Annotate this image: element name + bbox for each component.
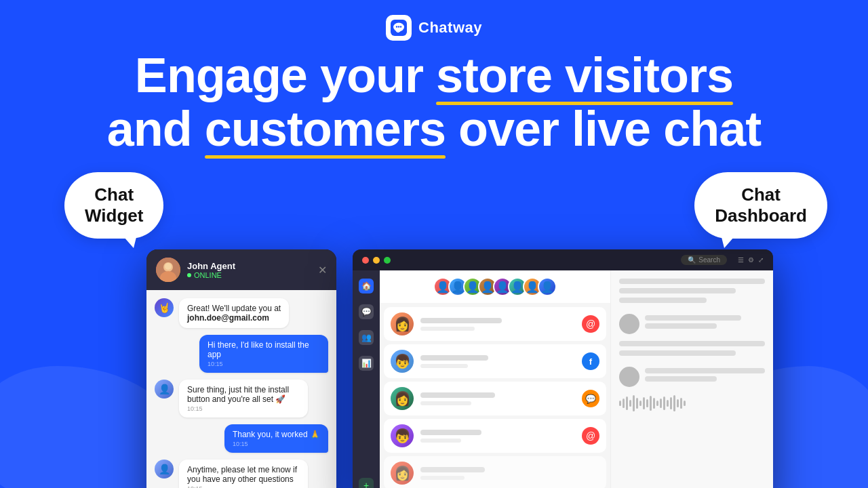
contact-item-2[interactable]: 👦 f: [384, 344, 606, 378]
dashboard-controls: ☰ ⚙ ⤢: [738, 256, 764, 264]
right-bar-3: [619, 298, 707, 303]
right-bar-4: [645, 315, 741, 321]
logo-icon: [386, 15, 412, 41]
contact-avatar-3: 👩: [391, 387, 414, 410]
hero-line2: and customers over live chat: [61, 102, 807, 156]
right-bar-5: [645, 323, 717, 329]
callout-widget-text: Chat Widget: [85, 184, 143, 226]
dashboard-topbar: 👤 👤 👤 👤 👤 👤 👤 👤: [380, 270, 610, 303]
contact-name-bar-4: [420, 430, 481, 435]
contact-name-bar-5: [420, 467, 485, 472]
contact-item-1[interactable]: 👩 @: [384, 307, 606, 341]
contact-info-1: [420, 318, 575, 331]
contact-info-2: [420, 355, 575, 368]
contact-badge-at-1: @: [582, 315, 599, 333]
contact-item-4[interactable]: 👦 @: [384, 419, 606, 453]
right-section-2: [619, 314, 765, 356]
agent-avatar: [156, 258, 180, 282]
wave-bar-4: [629, 400, 631, 407]
wave-bar-17: [673, 395, 675, 411]
contact-avatar-1: 👩: [391, 312, 414, 336]
contact-sub-bar-2: [420, 364, 468, 368]
right-bar-2: [619, 288, 736, 293]
hero-line1: Engage your store visitors: [61, 49, 807, 102]
svg-point-3: [398, 26, 399, 27]
wave-bar-3: [626, 396, 628, 410]
wave-bar-13: [660, 399, 662, 408]
dashboard-sidebar: 🏠 💬 👥 📊 +: [353, 270, 380, 488]
sidebar-icon-chat[interactable]: 💬: [359, 304, 374, 319]
tl-red: [362, 257, 369, 264]
hero-highlight1: store visitors: [436, 49, 733, 102]
chat-widget-mockup: John Agent ONLINE ✕ 🤘 Great! We'll updat…: [146, 249, 336, 488]
msg-avatar-1: 🤘: [155, 298, 174, 317]
chat-message-5: 👤 Anytime, please let me know if you hav…: [155, 460, 328, 488]
contact-badge-msg-3: 💬: [582, 390, 599, 407]
wave-bar-5: [633, 395, 635, 411]
contact-item-3[interactable]: 👩 💬: [384, 382, 606, 415]
sidebar-icon-add[interactable]: +: [359, 478, 374, 488]
wave-bar-15: [667, 400, 669, 407]
right-bar-9: [645, 376, 717, 382]
chat-message-2: Hi there, I'd like to install the app10:…: [155, 335, 328, 373]
msg-avatar-3: 👤: [155, 380, 174, 399]
svg-point-4: [400, 26, 401, 27]
callout-chat-widget: Chat Widget: [64, 172, 163, 239]
contact-info-5: [420, 467, 599, 480]
contact-sub-bar-1: [420, 327, 475, 331]
right-avatar-row-1: [619, 314, 765, 334]
wave-bar-19: [680, 398, 682, 409]
right-section-1: [619, 279, 765, 303]
contact-avatar-4: 👦: [391, 424, 414, 447]
hero-title: Engage your store visitors and customers…: [61, 49, 807, 156]
msg-bubble-1: Great! We'll update you atjohn.doe@gmail…: [179, 298, 289, 328]
wave-bar-18: [677, 399, 679, 407]
wave-bar-6: [636, 398, 638, 409]
dashboard-titlebar: 🔍Search ☰ ⚙ ⤢: [353, 249, 773, 270]
tl-yellow: [373, 257, 380, 264]
header: Chatway: [386, 15, 482, 41]
agent-status: ONLINE: [187, 271, 235, 279]
wave-bar-1: [619, 401, 621, 406]
wave-bar-2: [623, 399, 625, 408]
contact-name-bar-1: [420, 318, 502, 323]
msg-avatar-5: 👤: [155, 460, 174, 479]
chat-message-4: Thank you, it worked 🙏10:15: [155, 424, 328, 453]
wave-bar-9: [646, 399, 648, 407]
contact-sub-bar-4: [420, 439, 461, 443]
right-av-1: [619, 314, 639, 334]
callout-chat-dashboard: Chat Dashboard: [694, 172, 827, 239]
contact-name-bar-2: [420, 355, 488, 361]
right-av-2: [619, 367, 639, 387]
avatar-group: 👤 👤 👤 👤 👤 👤 👤 👤: [433, 277, 557, 296]
contact-item-5[interactable]: 👩: [384, 456, 606, 488]
sidebar-icon-home[interactable]: 🏠: [359, 279, 374, 293]
right-bar-1: [619, 279, 765, 284]
wave-bar-16: [670, 397, 672, 409]
contact-name-bar-3: [420, 392, 495, 398]
callout-dashboard-text: Chat Dashboard: [715, 184, 807, 226]
widget-header: John Agent ONLINE ✕: [146, 249, 336, 290]
right-avatar-row-2: [619, 367, 765, 387]
sidebar-icon-stats[interactable]: 📊: [359, 356, 374, 371]
wave-bar-11: [653, 398, 655, 409]
right-bar-6: [619, 341, 765, 346]
right-section-3: [619, 367, 765, 413]
contact-badge-fb-2: f: [582, 352, 599, 370]
sidebar-icon-users[interactable]: 👥: [359, 330, 374, 345]
wave-bar-20: [684, 401, 686, 406]
contact-info-3: [420, 392, 575, 405]
svg-point-8: [165, 263, 172, 270]
msg-bubble-4: Thank you, it worked 🙏10:15: [224, 424, 328, 453]
right-bar-8: [645, 368, 765, 373]
wave-bar-8: [643, 397, 645, 409]
close-button[interactable]: ✕: [318, 264, 327, 277]
av-8: 👤: [538, 277, 557, 296]
dashboard-main: 👤 👤 👤 👤 👤 👤 👤 👤 👩: [380, 270, 610, 488]
contact-list: 👩 @ 👦 f: [380, 303, 610, 488]
contact-badge-at-4: @: [582, 427, 599, 445]
agent-info: John Agent ONLINE: [156, 258, 235, 282]
hero-highlight2: customers: [205, 102, 446, 156]
search-bar[interactable]: 🔍Search: [681, 255, 727, 265]
contact-avatar-5: 👩: [391, 462, 414, 485]
